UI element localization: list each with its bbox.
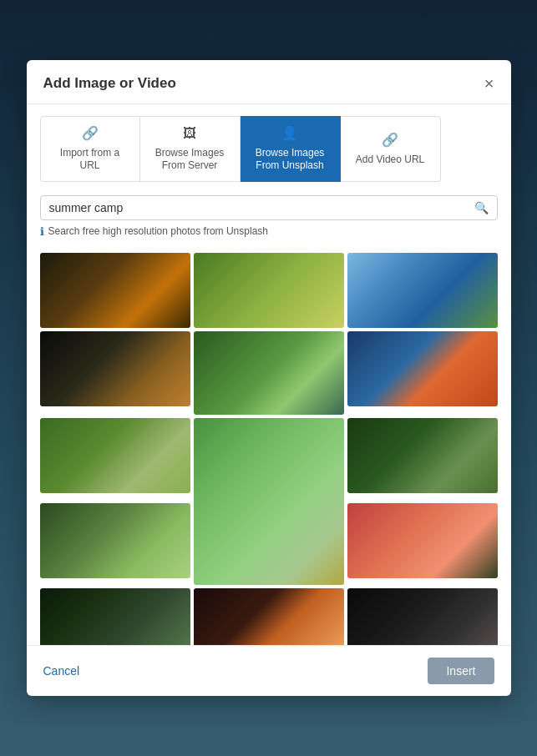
close-button[interactable]: × — [484, 75, 494, 92]
tab-browse-unsplash-label: Browse ImagesFrom Unsplash — [256, 147, 325, 173]
image-item[interactable] — [194, 418, 344, 585]
image-item[interactable] — [194, 588, 344, 645]
tab-add-video-label: Add Video URL — [356, 154, 425, 167]
search-area: 🔍 ℹ Search free high resolution photos f… — [27, 182, 511, 244]
unsplash-icon: 👤 — [281, 125, 298, 143]
image-item[interactable] — [347, 253, 498, 328]
server-icon: 🖼 — [183, 125, 196, 143]
search-hint: ℹ Search free high resolution photos fro… — [40, 225, 498, 238]
search-input[interactable] — [49, 201, 474, 214]
image-item[interactable] — [40, 253, 190, 328]
cancel-button[interactable]: Cancel — [43, 664, 80, 678]
image-item[interactable] — [40, 588, 190, 645]
tab-bar: 🔗 Import from aURL 🖼 Browse ImagesFrom S… — [27, 104, 511, 182]
modal-title: Add Image or Video — [43, 75, 176, 92]
link-icon: 🔗 — [82, 125, 99, 143]
image-item[interactable] — [347, 331, 498, 406]
tab-browse-unsplash[interactable]: 👤 Browse ImagesFrom Unsplash — [241, 116, 341, 182]
image-item[interactable] — [194, 331, 344, 415]
tab-browse-server[interactable]: 🖼 Browse ImagesFrom Server — [140, 116, 241, 182]
image-grid — [27, 244, 511, 645]
modal-dialog: Add Image or Video × 🔗 Import from aURL … — [27, 60, 511, 696]
image-item[interactable] — [40, 503, 190, 578]
search-hint-text: Search free high resolution photos from … — [48, 225, 268, 237]
info-icon: ℹ — [40, 225, 44, 238]
tab-browse-server-label: Browse ImagesFrom Server — [155, 147, 225, 173]
tab-import-url[interactable]: 🔗 Import from aURL — [40, 116, 140, 182]
image-item[interactable] — [347, 588, 498, 645]
modal-overlay: Add Image or Video × 🔗 Import from aURL … — [0, 0, 537, 756]
search-icon: 🔍 — [474, 201, 489, 214]
insert-button[interactable]: Insert — [428, 658, 494, 684]
image-item[interactable] — [40, 418, 190, 493]
modal-footer: Cancel Insert — [27, 645, 511, 696]
video-link-icon: 🔗 — [382, 132, 398, 149]
image-item[interactable] — [347, 503, 498, 578]
tab-add-video[interactable]: 🔗 Add Video URL — [341, 116, 441, 182]
search-box: 🔍 — [40, 195, 498, 220]
tab-import-url-label: Import from aURL — [60, 147, 119, 173]
modal-header: Add Image or Video × — [27, 60, 511, 104]
image-item[interactable] — [347, 418, 498, 493]
image-item[interactable] — [40, 331, 190, 406]
image-item[interactable] — [194, 253, 344, 328]
